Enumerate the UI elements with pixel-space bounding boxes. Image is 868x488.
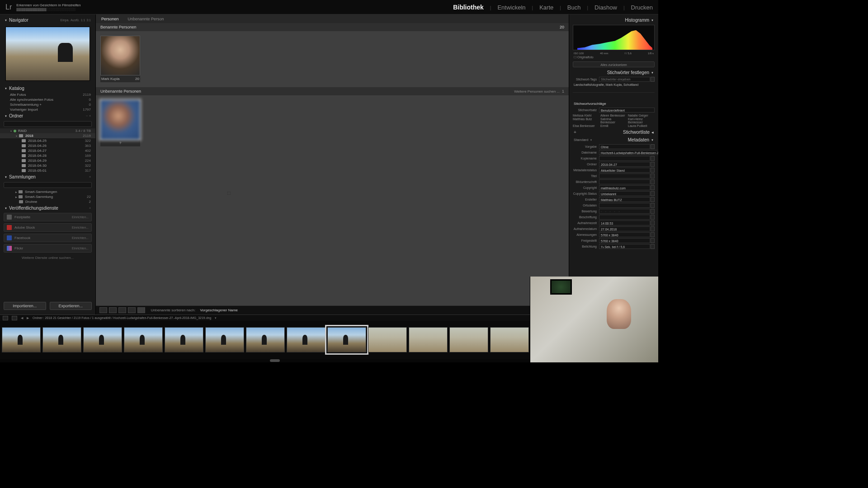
import-button[interactable]: Importieren... (4, 302, 46, 310)
metadata-value[interactable] (599, 203, 650, 208)
find-more-people-link[interactable]: Weitere Personen suchen ... (514, 89, 560, 94)
nav-zoom[interactable]: 3:1 (86, 19, 91, 22)
collections-header[interactable]: ▼Sammlungen+ (0, 173, 95, 181)
kw-suggestion[interactable]: Sabrina Benkesser (600, 117, 627, 124)
kwlist-plus[interactable]: + (574, 130, 576, 135)
metadata-value[interactable]: 14:00:53 (599, 221, 650, 225)
metadata-value[interactable]: Matthias BUTZ (599, 197, 650, 202)
metadata-value[interactable] (599, 215, 650, 220)
module-book[interactable]: Buch (567, 4, 581, 11)
volume-raid[interactable]: ▼RAID3.4 / 8 TB (0, 128, 95, 133)
catalog-header[interactable]: ▼Katalog (0, 84, 95, 92)
histogram-chart[interactable] (573, 25, 655, 50)
metadata-action-icon[interactable] (651, 221, 655, 225)
metadata-value[interactable]: Hochzeit-Ludwigshafen-Full-Benkesser-27.… (599, 150, 658, 155)
metadata-action-icon[interactable] (651, 232, 655, 237)
metadata-action-icon[interactable] (651, 244, 655, 249)
catalog-all-photos[interactable]: Alle Fotos2119 (0, 92, 95, 97)
filmstrip-thumbnail[interactable] (287, 327, 326, 352)
unnamed-person-card[interactable]: ? (100, 100, 140, 146)
folder-minus[interactable]: − (86, 114, 88, 117)
grid-icon[interactable] (12, 316, 17, 320)
folder-date[interactable]: 2018-04-27402 (0, 148, 95, 153)
view-people-icon[interactable] (137, 307, 145, 313)
metadata-action-icon[interactable] (651, 215, 655, 220)
publish-harddisk[interactable]: FestplatteEinrichten... (4, 213, 92, 221)
collection-item[interactable]: Drohne2 (0, 199, 95, 204)
metadata-header[interactable]: Standard▼Metadaten▼ (569, 136, 658, 144)
kw-suggestion[interactable]: Karl-Heinz Benkesser (628, 117, 655, 124)
keywordlist-header[interactable]: +Stichwortliste◀ (569, 128, 658, 136)
kw-suggestion[interactable]: Matthias Butz (573, 117, 599, 124)
person-face-thumbnail[interactable] (100, 100, 140, 140)
reset-all-button[interactable]: Alles zurücksetzen (573, 61, 655, 67)
metadata-action-icon[interactable] (651, 238, 655, 243)
metadata-value[interactable]: matthiasbutz.com (599, 185, 650, 190)
filmstrip-thumbnail[interactable] (368, 327, 407, 352)
navigator-preview[interactable] (5, 27, 90, 81)
folder-date[interactable]: 2018-04-30322 (0, 163, 95, 168)
metadata-value[interactable] (599, 156, 650, 161)
metadata-value[interactable]: Aktuellster Stand (599, 168, 650, 173)
folder-date[interactable]: 2018-04-25322 (0, 138, 95, 143)
metadata-value[interactable]: ¹⁄₈ Sek. bei f / 5,6 (599, 244, 650, 249)
filmstrip-thumbnail[interactable] (409, 327, 448, 352)
module-library[interactable]: Bibliothek (453, 4, 484, 11)
publish-facebook[interactable]: FacebookEinrichten... (4, 234, 92, 242)
nav-fit[interactable]: Einpa. (60, 19, 69, 22)
metadata-value[interactable]: 27.04.2018 (599, 226, 650, 231)
metadata-action-icon[interactable] (651, 179, 655, 184)
second-window-icon[interactable] (3, 316, 8, 320)
publish-online-search[interactable]: Weitere Dienste online suchen... (0, 253, 95, 262)
publish-plus[interactable]: + (89, 206, 91, 210)
named-person-card[interactable]: Mark Kupla20 (100, 36, 140, 83)
catalog-synced[interactable]: Alle synchronisierten Fotos0 (0, 97, 95, 102)
export-button[interactable]: Exportieren... (50, 302, 92, 310)
metadata-action-icon[interactable] (651, 197, 655, 202)
metadata-value[interactable] (599, 179, 650, 184)
nav-back-icon[interactable]: ◀ (21, 316, 23, 320)
original-checkbox[interactable]: ☐ Originalfoto (569, 55, 658, 60)
current-keywords[interactable]: Landschaftsfotografie, Mark Kupla, Schot… (569, 82, 658, 91)
nav-1to1[interactable]: 1:1 (81, 19, 85, 22)
filmstrip-thumbnail[interactable] (2, 327, 41, 352)
filmstrip-thumbnail[interactable] (42, 327, 81, 352)
metadata-action-icon[interactable] (651, 203, 655, 208)
metadata-action-icon[interactable] (651, 174, 655, 178)
metadata-value[interactable] (599, 174, 650, 178)
nav-fwd-icon[interactable]: ▶ (27, 316, 29, 320)
keywords-header[interactable]: Stichwörter festlegen▼ (569, 69, 658, 76)
kw-suggestion[interactable]: Aileen Benkesser (600, 114, 627, 117)
catalog-previous-import[interactable]: Vorheriger Import1797 (0, 107, 95, 112)
collection-item[interactable]: ▶Smart-Sammlungen (0, 189, 95, 194)
breadcrumb-root[interactable]: Personen (101, 17, 119, 21)
metadata-action-icon[interactable] (651, 144, 655, 149)
person-face-thumbnail[interactable] (100, 36, 140, 75)
kw-suggestion[interactable]: Melissa Kiehl (573, 114, 599, 117)
view-grid-icon[interactable] (99, 307, 107, 313)
collection-filter-input[interactable] (4, 182, 92, 188)
module-map[interactable]: Karte (539, 4, 553, 11)
publish-header[interactable]: ▼Veröffentlichungsdienste+ (0, 204, 95, 212)
filmstrip-thumbnail[interactable] (124, 327, 163, 352)
keywordset-dropdown[interactable]: Benutzerdefiniert (599, 108, 655, 113)
suggestions-header[interactable]: Stichwortvorschläge (569, 100, 658, 107)
folder-date[interactable]: 2018-05-01317 (0, 168, 95, 173)
filmstrip-thumbnail[interactable] (327, 327, 366, 352)
metadata-value[interactable]: Unbekannt (599, 191, 650, 196)
folder-date[interactable]: 2018-04-29224 (0, 158, 95, 163)
view-survey-icon[interactable] (128, 307, 136, 313)
kw-suggestion[interactable]: Natalie Geiger (628, 114, 655, 117)
folder-2018[interactable]: ▼20182119 (0, 133, 95, 138)
filmstrip-thumbnail[interactable] (490, 327, 529, 352)
metadata-action-icon[interactable] (651, 191, 655, 196)
filmstrip-thumbnail[interactable] (205, 327, 244, 352)
keyword-input[interactable] (599, 77, 650, 82)
filmstrip-thumbnail[interactable] (246, 327, 285, 352)
metadata-action-icon[interactable] (651, 209, 655, 214)
keyword-menu-icon[interactable] (651, 77, 655, 82)
view-compare-icon[interactable] (118, 307, 126, 313)
folder-filter-input[interactable] (4, 121, 92, 127)
navigator-header[interactable]: ▼ Navigator Einpa. Ausfü. 1:1 3:1 (0, 16, 95, 24)
breadcrumb-current[interactable]: Unbenannte Person (128, 17, 164, 21)
